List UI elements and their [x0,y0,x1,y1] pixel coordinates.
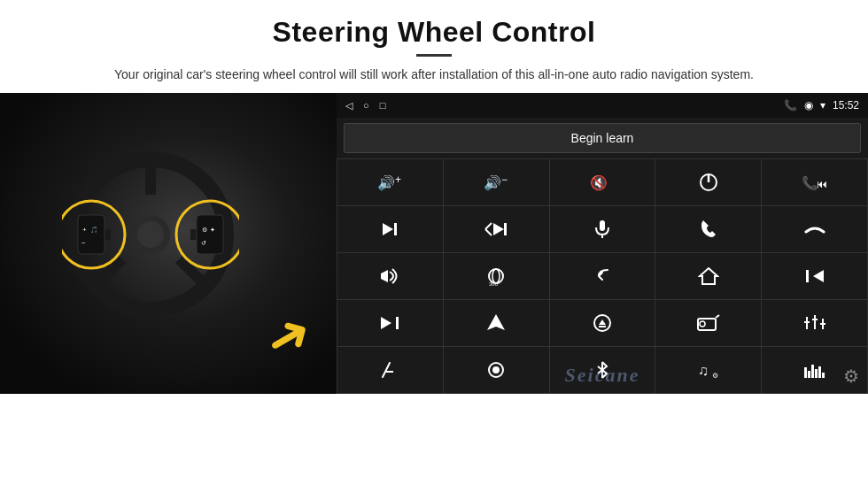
wifi-icon: ▾ [820,99,825,112]
android-panel-wrapper: ◁ ○ □ 📞 ◉ ▾ 15:52 Begin learn [337,93,868,394]
svg-rect-47 [599,326,606,327]
svg-marker-35 [381,270,388,282]
svg-rect-69 [822,373,825,378]
camera-360-button[interactable]: 360° [444,253,549,299]
svg-marker-46 [599,319,606,325]
content-area: + − 🎵 ⚙ ↺ ✦ ➜ ◁ [0,93,868,485]
subtitle-text: Your original car's steering wheel contr… [97,65,771,84]
title-divider [416,54,452,57]
svg-text:⏮: ⏮ [817,178,827,190]
back-button[interactable] [550,253,655,299]
svg-text:🔇: 🔇 [590,174,608,191]
svg-line-30 [485,229,492,235]
nav-home-icon[interactable]: ○ [363,100,369,111]
eject-button[interactable] [550,300,655,346]
svg-point-60 [492,366,500,373]
svg-text:✦: ✦ [210,227,215,233]
mic-button[interactable] [550,206,655,252]
next-button[interactable] [337,206,443,252]
svg-point-7 [137,221,164,248]
page-title: Steering Wheel Control [53,16,815,49]
home-button[interactable] [655,253,761,299]
svg-rect-32 [504,223,507,235]
header-section: Steering Wheel Control Your original car… [0,0,868,93]
svg-text:+: + [395,173,401,186]
navigate-button[interactable] [444,300,549,346]
svg-rect-67 [815,369,818,378]
svg-text:+: + [82,226,87,234]
car-image: + − 🎵 ⚙ ↺ ✦ ➜ [0,93,337,394]
skip-button[interactable] [337,300,443,346]
time-display: 15:52 [833,99,859,112]
svg-point-49 [700,321,705,327]
svg-rect-33 [600,220,605,231]
svg-text:⚙: ⚙ [202,227,207,233]
svg-rect-48 [698,319,716,330]
horn-button[interactable] [337,253,443,299]
begin-learn-button[interactable]: Begin learn [344,123,861,153]
svg-text:−: − [501,173,508,186]
svg-rect-8 [78,215,105,254]
android-panel: ◁ ○ □ 📞 ◉ ▾ 15:52 Begin learn [337,93,868,394]
svg-line-57 [383,363,390,377]
svg-rect-68 [818,366,821,378]
svg-rect-12 [197,215,223,254]
svg-marker-27 [383,223,393,235]
svg-rect-65 [808,371,810,378]
vol-up-button[interactable]: 🔊+ [337,159,443,205]
bluetooth-button[interactable] [550,347,655,393]
dot-button[interactable] [444,347,549,393]
svg-text:360°: 360° [489,281,500,286]
statusbar-left: ◁ ○ □ [345,100,385,112]
eq-button[interactable] [762,300,867,346]
svg-text:♫: ♫ [698,363,709,378]
mute-button[interactable]: 🔇 [550,159,655,205]
svg-marker-39 [700,268,717,284]
fast-forward-button[interactable] [444,206,549,252]
phone-prev-button[interactable]: 📞⏮ [762,159,867,205]
svg-marker-44 [487,314,505,330]
svg-rect-40 [806,270,809,282]
svg-rect-66 [811,365,814,378]
location-icon: ◉ [804,99,813,112]
controls-grid: 🔊+ 🔊− 🔇 📞⏮ [337,158,868,394]
power-button[interactable] [655,159,761,205]
svg-line-29 [485,223,492,229]
vol-down-button[interactable]: 🔊− [444,159,549,205]
phone-icon: 📞 [784,99,797,112]
call-button[interactable] [655,206,761,252]
music-button[interactable]: ♫⚙ [655,347,761,393]
svg-text:🎵: 🎵 [90,226,98,234]
nav-back-icon[interactable]: ◁ [345,100,353,112]
svg-marker-43 [381,317,391,329]
svg-text:⚙: ⚙ [712,372,718,380]
svg-rect-28 [394,223,397,235]
svg-text:−: − [81,239,86,247]
radio-button[interactable] [655,300,761,346]
prev-track-button[interactable] [762,253,867,299]
gear-icon[interactable]: ⚙ [843,366,859,387]
mic2-button[interactable] [337,347,443,393]
svg-marker-31 [493,223,504,235]
begin-learn-row: Begin learn [337,118,868,158]
svg-marker-41 [813,270,824,282]
svg-text:🔊: 🔊 [377,174,395,191]
statusbar-right: 📞 ◉ ▾ 15:52 [784,99,859,112]
statusbar: ◁ ○ □ 📞 ◉ ▾ 15:52 [337,93,868,118]
svg-text:↺: ↺ [201,240,206,246]
page-wrapper: Steering Wheel Control Your original car… [0,0,868,485]
svg-line-50 [716,315,719,318]
svg-text:🔊: 🔊 [484,174,501,191]
nav-square-icon[interactable]: □ [380,100,386,111]
svg-rect-42 [396,317,399,329]
hangup-button[interactable] [762,206,867,252]
steering-wheel-svg: + − 🎵 ⚙ ↺ ✦ [62,146,239,323]
svg-rect-64 [804,367,807,378]
